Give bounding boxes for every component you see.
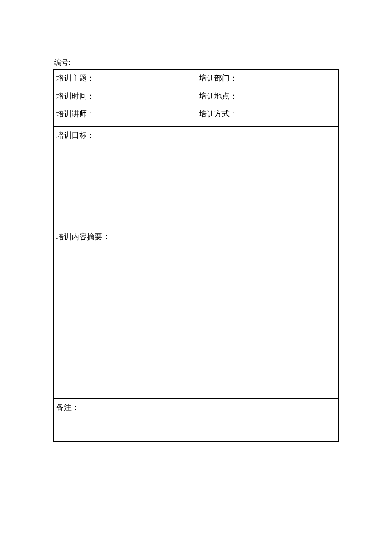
document-page: 编号: 培训主题： 培训部门： 培训时间： 培训地点： 培训讲师： 培训方式： … xyxy=(0,0,392,442)
row-topic-department: 培训主题： 培训部门： xyxy=(54,70,339,87)
row-goals: 培训目标： xyxy=(54,127,339,228)
row-notes: 备注： xyxy=(54,399,339,442)
cell-notes: 备注： xyxy=(54,399,339,442)
id-label: 编号: xyxy=(53,58,339,67)
cell-method: 培训方式： xyxy=(196,105,339,127)
cell-instructor: 培训讲师： xyxy=(54,105,196,127)
cell-topic: 培训主题： xyxy=(54,70,196,87)
row-instructor-method: 培训讲师： 培训方式： xyxy=(54,105,339,127)
cell-location: 培训地点： xyxy=(196,87,339,105)
row-summary: 培训内容摘要： xyxy=(54,228,339,399)
training-form-table: 培训主题： 培训部门： 培训时间： 培训地点： 培训讲师： 培训方式： 培训目标… xyxy=(53,69,339,442)
cell-summary: 培训内容摘要： xyxy=(54,228,339,399)
row-time-location: 培训时间： 培训地点： xyxy=(54,87,339,105)
cell-goals: 培训目标： xyxy=(54,127,339,228)
cell-department: 培训部门： xyxy=(196,70,339,87)
cell-time: 培训时间： xyxy=(54,87,196,105)
